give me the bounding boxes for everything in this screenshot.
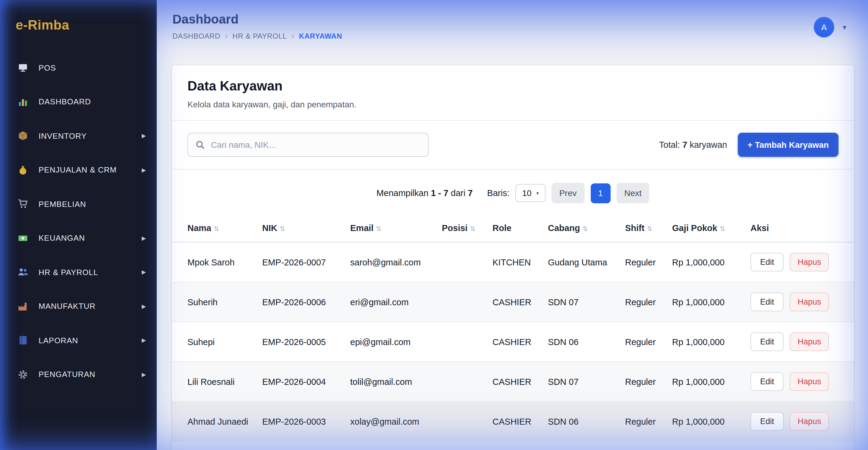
cell-nama: Muchroji (172, 441, 256, 450)
cell-email: epi@gmail.com (344, 322, 436, 362)
edit-button[interactable]: Edit (750, 332, 784, 351)
edit-button[interactable]: Edit (750, 412, 784, 431)
cell-cabang: SDN 06 (542, 322, 619, 362)
sidebar-item-pengaturan[interactable]: PENGATURAN▶ (0, 357, 157, 391)
column-header-nik[interactable]: NIK⇅ (256, 214, 344, 242)
sidebar-item-penjualan-crm[interactable]: PENJUALAN & CRM▶ (0, 153, 157, 187)
search-input[interactable] (211, 140, 421, 150)
column-label: Aksi (750, 223, 769, 233)
breadcrumb: DASHBOARD›HR & PAYROLL›KARYAWAN (173, 32, 342, 40)
cell-shift: Reguler (619, 401, 666, 441)
cell-aksi: EditHapus (744, 242, 854, 282)
cell-nama: Lili Roesnali (172, 362, 256, 401)
column-header-cabang[interactable]: Cabang⇅ (542, 214, 619, 242)
cell-shift: Reguler (619, 242, 666, 282)
chevron-right-icon: ▶ (142, 371, 146, 378)
edit-button[interactable]: Edit (750, 372, 784, 391)
sort-icon: ⇅ (376, 225, 381, 232)
cell-cabang: SDN 07 (542, 282, 619, 322)
sort-icon: ⇅ (720, 225, 725, 232)
edit-button[interactable]: Edit (750, 253, 784, 271)
money-bag-icon (17, 164, 29, 176)
cell-aksi: EditHapus (744, 441, 854, 450)
column-header-posisi[interactable]: Posisi⇅ (436, 214, 487, 242)
cell-aksi: EditHapus (744, 401, 854, 441)
total-count: Total: 7 karyawan (659, 140, 727, 150)
cell-role: CASHIER (487, 282, 542, 322)
sidebar-item-dashboard[interactable]: DASHBOARD (0, 85, 157, 119)
topbar: Dashboard DASHBOARD›HR & PAYROLL›KARYAWA… (157, 0, 868, 54)
sidebar-item-label: LAPORAN (38, 336, 78, 345)
cell-posisi (436, 401, 487, 441)
cell-role: CASHIER (487, 441, 542, 450)
cell-role: KITCHEN (487, 242, 542, 282)
app-logo: e-Rimba (0, 0, 157, 51)
card-subtitle: Kelola data karyawan, gaji, dan penempat… (187, 99, 838, 109)
delete-button[interactable]: Hapus (790, 332, 829, 351)
cell-role: CASHIER (487, 322, 542, 362)
edit-button[interactable]: Edit (750, 293, 784, 311)
breadcrumb-item[interactable]: DASHBOARD (173, 32, 220, 40)
card-header: Data Karyawan Kelola data karyawan, gaji… (172, 65, 854, 121)
column-header-gaji[interactable]: Gaji Pokok⇅ (666, 214, 744, 242)
sidebar-item-pembelian[interactable]: PEMBELIAN (0, 187, 157, 221)
table-row: MuchrojiEMP-2026-0002oji@gmail.comCASHIE… (172, 441, 854, 450)
sidebar-item-laporan[interactable]: LAPORAN▶ (0, 323, 157, 357)
delete-button[interactable]: Hapus (790, 412, 829, 431)
pagination: Menampilkan 1 - 7 dari 7 Baris: 10 ▾ Pre… (172, 170, 854, 214)
chevron-down-icon[interactable]: ▼ (841, 24, 847, 30)
sort-icon: ⇅ (214, 225, 219, 232)
chevron-right-icon: ▶ (142, 133, 146, 139)
cell-gaji: Rp 10,000,000 (666, 441, 744, 450)
table-row: Ahmad JunaediEMP-2026-0003xolay@gmail.co… (172, 401, 854, 441)
breadcrumb-item[interactable]: KARYAWAN (299, 32, 342, 40)
breadcrumb-item[interactable]: HR & PAYROLL (232, 32, 287, 40)
cell-nik: EMP-2026-0005 (256, 322, 344, 362)
cell-email: oji@gmail.com (344, 441, 436, 450)
sidebar-item-inventory[interactable]: INVENTORY▶ (0, 119, 157, 153)
next-page-button[interactable]: Next (616, 183, 650, 203)
cell-nama: Suhepi (172, 322, 256, 362)
cell-gaji: Rp 1,000,000 (666, 322, 744, 362)
column-label: Shift (625, 223, 644, 233)
column-header-nama[interactable]: Nama⇅ (172, 214, 256, 242)
cell-nik: EMP-2026-0002 (256, 441, 344, 450)
card-title: Data Karyawan (187, 79, 838, 94)
cell-nik: EMP-2026-0007 (256, 242, 344, 282)
chevron-right-icon: ▶ (142, 167, 146, 173)
cell-aksi: EditHapus (744, 362, 854, 401)
sidebar-item-pos[interactable]: POS (0, 51, 157, 85)
sidebar-item-label: HR & PAYROLL (38, 268, 98, 277)
breadcrumb-separator: › (225, 32, 227, 40)
sidebar-item-manufaktur[interactable]: MANUFAKTUR▶ (0, 289, 157, 323)
table-row: Mpok SarohEMP-2026-0007saroh@gmail.comKI… (172, 242, 854, 282)
avatar[interactable]: A (814, 17, 834, 37)
sidebar-item-hr-payroll[interactable]: HR & PAYROLL▶ (0, 255, 157, 289)
delete-button[interactable]: Hapus (790, 372, 829, 391)
delete-button[interactable]: Hapus (790, 253, 829, 271)
column-label: Posisi (442, 223, 467, 233)
column-label: Gaji Pokok (672, 223, 717, 233)
column-header-email[interactable]: Email⇅ (344, 214, 436, 242)
prev-page-button[interactable]: Prev (552, 183, 585, 203)
column-header-shift[interactable]: Shift⇅ (619, 214, 666, 242)
cell-nama: Suherih (172, 282, 256, 322)
cell-gaji: Rp 1,000,000 (666, 282, 744, 322)
page-title: Dashboard (173, 12, 342, 27)
banknote-icon (17, 232, 29, 244)
cell-shift: Reguler (619, 441, 666, 450)
sidebar-item-label: PENGATURAN (38, 370, 96, 379)
delete-button[interactable]: Hapus (790, 293, 829, 311)
main-content: Dashboard DASHBOARD›HR & PAYROLL›KARYAWA… (157, 0, 868, 450)
rows-per-page-select[interactable]: 10 ▾ (516, 184, 546, 202)
breadcrumb-separator: › (292, 32, 294, 40)
table-controls: Total: 7 karyawan + Tambah Karyawan (172, 121, 854, 170)
add-employee-button[interactable]: + Tambah Karyawan (738, 133, 839, 157)
cell-role: CASHIER (487, 362, 542, 401)
employees-table: Nama⇅NIK⇅Email⇅Posisi⇅RoleCabang⇅Shift⇅G… (172, 214, 854, 450)
table-header-row: Nama⇅NIK⇅Email⇅Posisi⇅RoleCabang⇅Shift⇅G… (172, 214, 854, 242)
search-icon (195, 140, 205, 150)
cell-email: tolil@gmail.com (344, 362, 436, 401)
sidebar-item-keuangan[interactable]: KEUANGAN▶ (0, 221, 157, 255)
current-page-button[interactable]: 1 (590, 183, 610, 203)
